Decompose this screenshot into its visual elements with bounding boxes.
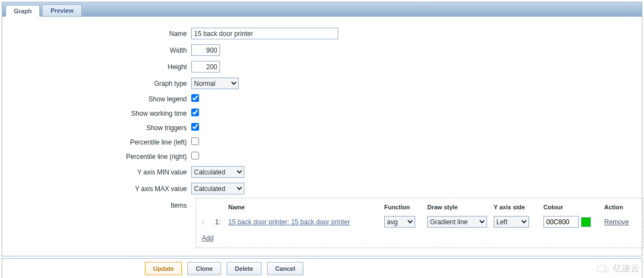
cancel-button[interactable]: Cancel [267,262,303,275]
y-axis-side-select[interactable]: Left [494,216,529,228]
label-items: Items [8,199,191,209]
col-colour: Colour [543,203,604,215]
add-link[interactable]: Add [202,234,213,242]
label-show-working-time: Show working time [8,110,191,117]
label-show-legend: Show legend [8,95,191,103]
label-y-min: Y axis MIN value [8,168,191,176]
form-panel: Graph Preview Name Width Height Graph ty… [2,2,642,256]
label-percentile-left: Percentile line (left) [8,138,191,146]
clone-button[interactable]: Clone [187,262,221,275]
show-working-time-checkbox[interactable] [191,109,199,116]
draw-style-select[interactable]: Gradient line [427,216,487,228]
label-percentile-right: Percentile line (right) [8,153,191,161]
sort-handle-icon[interactable]: ↕ [202,219,205,225]
graph-type-select[interactable]: Normal [191,78,239,89]
button-bar: Update Clone Delete Cancel [2,258,642,278]
label-y-max: Y axis MAX value [8,185,191,193]
col-function: Function [384,203,427,215]
table-row: ↕ 1: 15 back door printer: 15 back door … [202,215,637,230]
tabs: Graph Preview [2,2,642,17]
function-select[interactable]: avg [384,216,415,228]
items-table: Name Function Draw style Y axis side Col… [202,203,637,230]
delete-button[interactable]: Delete [227,262,261,275]
height-input[interactable] [191,61,220,73]
tab-graph[interactable]: Graph [6,5,40,17]
col-name: Name [228,203,384,215]
item-link[interactable]: 15 back door printer: 15 back door print… [228,218,350,226]
col-yside: Y axis side [494,203,543,215]
label-show-triggers: Show triggers [8,124,191,132]
name-input[interactable] [191,28,338,39]
colour-input[interactable] [543,216,579,228]
width-input[interactable] [191,44,220,56]
form-area: Name Width Height Graph type Normal Show… [2,17,642,256]
label-graph-type: Graph type [8,80,191,87]
colour-swatch[interactable] [581,217,591,227]
y-max-select[interactable]: Calculated [191,183,244,194]
show-legend-checkbox[interactable] [191,94,199,102]
remove-link[interactable]: Remove [604,218,629,226]
show-triggers-checkbox[interactable] [191,123,199,131]
percentile-left-checkbox[interactable] [191,137,199,145]
y-min-select[interactable]: Calculated [191,166,244,178]
label-name: Name [8,30,191,38]
items-box: Name Function Draw style Y axis side Col… [196,198,643,248]
label-width: Width [8,47,191,54]
update-button[interactable]: Update [145,262,182,275]
tab-preview[interactable]: Preview [42,4,82,16]
col-draw: Draw style [427,203,494,215]
percentile-right-checkbox[interactable] [191,152,199,159]
label-height: Height [8,63,191,71]
row-index: 1: [215,215,228,230]
col-action: Action [604,203,637,215]
